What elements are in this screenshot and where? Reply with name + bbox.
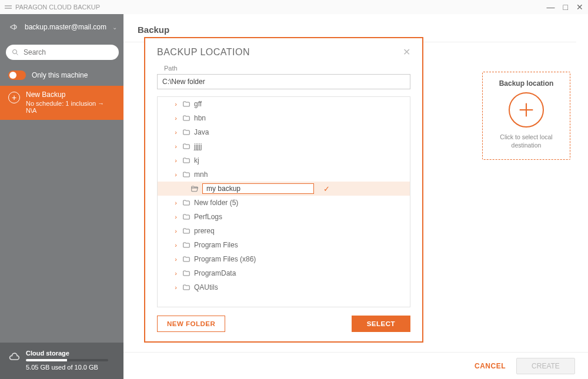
- path-label: Path: [164, 65, 410, 72]
- folder-icon: [182, 170, 191, 179]
- sidebar-item-new-backup[interactable]: + New Backup No schedule: 1 inclusion → …: [0, 86, 123, 120]
- folder-name-label: New folder (5): [194, 199, 238, 207]
- folder-name-label: Program Files (x86): [194, 255, 256, 263]
- folder-icon: [182, 213, 191, 221]
- chevron-right-icon[interactable]: ›: [173, 270, 179, 277]
- folder-name-label: ProgramData: [194, 269, 236, 277]
- svg-rect-0: [5, 5, 12, 6]
- nav-item-title: New Backup: [26, 90, 115, 99]
- storage-progress-bar: [26, 359, 108, 361]
- folder-icon: [182, 114, 191, 122]
- select-button[interactable]: SELECT: [352, 316, 410, 332]
- folder-row[interactable]: ›Java: [158, 125, 410, 139]
- megaphone-icon: [9, 22, 19, 32]
- folder-icon: [182, 283, 191, 291]
- toggle-switch-icon: [8, 71, 26, 80]
- folder-tree[interactable]: ›gff›hbn›Java›jjjjj›kj›mnh✓›New folder (…: [157, 96, 410, 307]
- folder-name-label: prereq: [194, 227, 215, 235]
- folder-icon: [191, 185, 199, 193]
- folder-icon: [182, 241, 191, 249]
- storage-title: Cloud storage: [26, 350, 108, 357]
- chevron-right-icon[interactable]: ›: [173, 143, 179, 150]
- window-maximize-icon[interactable]: □: [563, 2, 568, 12]
- folder-row[interactable]: ›mnh: [158, 167, 410, 182]
- folder-row[interactable]: ›Program Files (x86): [158, 252, 410, 266]
- only-this-machine-toggle[interactable]: Only this machine: [0, 65, 123, 86]
- page-title: Backup: [123, 14, 588, 38]
- footer-bar: CANCEL CREATE: [123, 352, 588, 379]
- dialog-close-icon[interactable]: ✕: [403, 46, 410, 58]
- folder-icon: [182, 255, 191, 263]
- plus-circle-large-icon: [509, 92, 544, 128]
- folder-icon: [182, 156, 191, 165]
- app-title: PARAGON CLOUD BACKUP: [15, 4, 100, 11]
- folder-icon: [182, 128, 191, 136]
- svg-point-2: [13, 50, 17, 54]
- chevron-right-icon[interactable]: ›: [173, 213, 179, 220]
- folder-row[interactable]: ›gff: [158, 97, 410, 111]
- svg-line-3: [16, 53, 18, 55]
- app-logo-icon: [5, 4, 12, 11]
- dialog-title: BACKUP LOCATION: [157, 47, 250, 58]
- chevron-right-icon[interactable]: ›: [173, 100, 179, 108]
- folder-row[interactable]: ›PerfLogs: [158, 210, 410, 224]
- folder-icon: [182, 199, 191, 207]
- folder-row[interactable]: ›prereq: [158, 224, 410, 238]
- nav-item-subtitle: No schedule: 1 inclusion → N\A: [26, 100, 115, 114]
- svg-rect-1: [5, 8, 12, 9]
- chevron-right-icon[interactable]: ›: [173, 242, 179, 249]
- search-input[interactable]: [6, 45, 119, 60]
- account-email: backup.master@mail.com: [25, 23, 106, 31]
- chevron-right-icon[interactable]: ›: [173, 171, 179, 178]
- folder-row[interactable]: ✓: [158, 182, 410, 196]
- window-minimize-icon[interactable]: —: [547, 2, 555, 12]
- plus-circle-icon: +: [8, 92, 20, 103]
- folder-name-label: Java: [194, 128, 209, 136]
- chevron-right-icon[interactable]: ›: [173, 157, 179, 164]
- sidebar: backup.master@mail.com ⌄ + ⌄ Only this m…: [0, 14, 123, 379]
- dest-card-caption: Click to select local destination: [489, 133, 564, 149]
- folder-row[interactable]: ›jjjjj: [158, 139, 410, 153]
- window-close-icon[interactable]: ✕: [576, 2, 583, 12]
- folder-name-label: gff: [194, 100, 202, 108]
- folder-row[interactable]: ›New folder (5): [158, 196, 410, 210]
- chevron-right-icon[interactable]: ›: [173, 284, 179, 291]
- folder-row[interactable]: ›hbn: [158, 111, 410, 125]
- cloud-icon: [8, 351, 20, 371]
- chevron-down-icon: ⌄: [112, 24, 117, 31]
- backup-location-dialog: BACKUP LOCATION ✕ Path ›gff›hbn›Java›jjj…: [144, 37, 423, 343]
- folder-name-label: jjjjj: [194, 142, 202, 150]
- account-switcher[interactable]: backup.master@mail.com ⌄: [0, 14, 123, 40]
- backup-location-card[interactable]: Backup location Click to select local de…: [482, 72, 570, 160]
- folder-row[interactable]: ›Program Files: [158, 238, 410, 252]
- path-input[interactable]: [157, 74, 410, 89]
- folder-icon: [182, 227, 191, 235]
- folder-name-label: Program Files: [194, 241, 238, 249]
- search-icon: [12, 49, 19, 56]
- folder-name-input[interactable]: [202, 183, 314, 194]
- folder-name-label: hbn: [194, 114, 206, 122]
- only-this-machine-label: Only this machine: [32, 71, 88, 79]
- folder-row[interactable]: ›ProgramData: [158, 266, 410, 280]
- folder-row[interactable]: ›QAUtils: [158, 280, 410, 294]
- folder-icon: [182, 100, 191, 108]
- folder-row[interactable]: ›kj: [158, 153, 410, 167]
- chevron-right-icon[interactable]: ›: [173, 256, 179, 263]
- storage-usage-text: 5.05 GB used of 10.0 GB: [26, 364, 108, 371]
- cancel-button[interactable]: CANCEL: [475, 362, 506, 370]
- chevron-right-icon[interactable]: ›: [173, 199, 179, 206]
- chevron-right-icon[interactable]: ›: [173, 227, 179, 234]
- folder-name-label: PerfLogs: [194, 213, 222, 221]
- confirm-check-icon[interactable]: ✓: [323, 185, 330, 193]
- titlebar: PARAGON CLOUD BACKUP — □ ✕: [0, 0, 588, 14]
- folder-icon: [182, 269, 191, 277]
- storage-status: Cloud storage 5.05 GB used of 10.0 GB: [0, 343, 123, 379]
- dest-card-title: Backup location: [499, 79, 554, 88]
- chevron-right-icon[interactable]: ›: [173, 129, 179, 136]
- chevron-right-icon[interactable]: ›: [173, 115, 179, 122]
- new-folder-button[interactable]: NEW FOLDER: [157, 316, 225, 332]
- folder-name-label: QAUtils: [194, 283, 218, 291]
- folder-name-label: mnh: [194, 170, 208, 179]
- folder-icon: [182, 142, 191, 150]
- folder-name-label: kj: [194, 156, 199, 165]
